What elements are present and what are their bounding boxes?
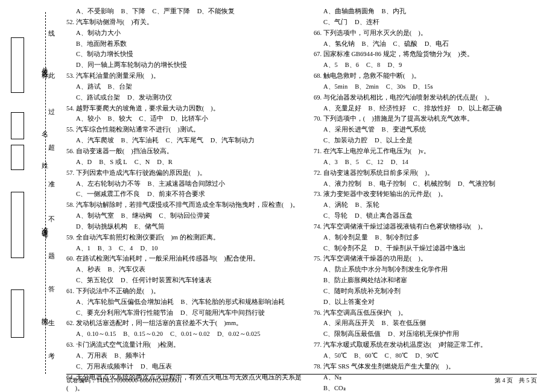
option: B、3: [98, 243, 112, 254]
option: C、排放性好: [413, 103, 451, 114]
option: C、硫酸: [393, 39, 417, 49]
option: B、台架: [108, 81, 132, 92]
option: D、锁止离合器压盘: [355, 210, 413, 221]
option: B、电子控制: [369, 179, 406, 189]
dotted-label-5: 不: [47, 211, 56, 216]
option: A、0.10～0.15: [76, 329, 116, 340]
option: D、同一轴上两车轮制动力的增长快慢: [76, 60, 187, 71]
option: A、较小: [76, 113, 101, 124]
option-row: A、秒表B、汽车仪表: [66, 264, 302, 275]
option: D、15s: [413, 81, 433, 92]
option: D、10: [140, 243, 157, 254]
question-52: 52. 汽车制动侧滑与( )有关。: [66, 17, 302, 28]
option-row: B、防止膨胀阀处结冰和堵塞: [314, 275, 549, 286]
option-row: A、采用长进气管B、变进气系统: [314, 124, 549, 135]
left-column: A、不受影响B、下降C、严重下降D、不能恢复52. 汽车制动侧滑与( )有关。A…: [66, 6, 302, 392]
option: A、路试: [76, 81, 101, 92]
option-row: C、第五轮仪D、任何计时装置和汽车转速表: [66, 275, 302, 286]
page-footer: 试卷编码：14DL170900000-60601020030001 第 4 页 …: [66, 374, 537, 385]
option-row: A、50℃B、60℃C、80℃D、90℃: [314, 350, 549, 361]
option: A、氢化钠: [323, 39, 355, 49]
option: D、发动测功仪: [127, 92, 172, 103]
option: A、不受影响: [76, 6, 114, 17]
option: C、0.01～0.02: [170, 329, 210, 340]
option-row: A、汽车爬坡B、汽车油耗C、汽车尾气D、汽车制动力: [66, 135, 302, 146]
dotted-label-3: 超: [47, 139, 56, 144]
option-row: A、0.10～0.15B、0.15～0.20C、0.01～0.02D、0.02～…: [66, 329, 302, 340]
option: D、R: [157, 157, 173, 168]
option-row: A、液力控制B、电子控制C、机械控制D、气液控制: [314, 179, 549, 189]
option: A、5min: [323, 81, 347, 92]
question-75: 75. 汽车空调储液干燥器的功用是( )。: [314, 253, 549, 264]
option-row: A、汽车轮胎气压偏低会增加油耗B、汽车轮胎的形式和规格影响油耗: [66, 297, 302, 308]
option: C、N: [135, 157, 150, 168]
dotted-label-4: 准: [47, 175, 56, 180]
option: C、机械控制: [413, 179, 451, 189]
option: B、内孔: [382, 6, 406, 17]
option: B、主减速器啮合间隙过小: [148, 179, 225, 189]
question-67: 67. 国家标准 GB6944-86 规定，将危险货物分为( )类。: [314, 49, 549, 60]
option: D、以上全是: [375, 135, 413, 146]
option: D、90℃: [415, 350, 439, 361]
exam-sidebar: 线 此 过 超 准 不 题 答 生 考 单位名称 名 姓 准考证号 地区: [0, 0, 60, 392]
question-76: 76. 汽车空调高压低压保护( )。: [314, 308, 549, 318]
option: A、汽车轮胎气压偏低会增加油耗: [76, 297, 174, 308]
option-row: C、制冷剂不足D、干燥剂从干燥过滤器中逸出: [314, 243, 549, 254]
option-row: A、路试B、台架: [66, 81, 302, 92]
option-row: D、制动挑纵机构E、储气筒: [66, 221, 302, 232]
option: C、要充分利用汽车滑行性能节油: [76, 308, 173, 318]
field-label-region: 地区: [40, 312, 49, 315]
question-54: 54. 越野车要爬大的坡角道，要求最大动力因数( )。: [66, 103, 302, 114]
option-row: A、不受影响B、下降C、严重下降D、不能恢复: [66, 6, 302, 17]
option: C、路试或台架: [76, 92, 120, 103]
option-row: C、路试或台架D、发动测功仪: [66, 92, 302, 103]
option-row: A、1B、3C、4D、10: [66, 243, 302, 254]
dotted-label-7: 答: [47, 280, 56, 285]
option: C、气门: [323, 17, 347, 28]
option: B、经济性好: [369, 103, 406, 114]
field-box-name2: 姓: [11, 145, 24, 170]
question-74: 74. 汽车空调储液干燥过滤器视液镜有白色雾状物移动( )。: [314, 221, 549, 232]
option: A、D: [76, 157, 92, 168]
option-row: C、加装动力腔D、以上全是: [314, 135, 549, 146]
option: B、地面附着系数: [76, 39, 127, 49]
option-row: C、导轮D、锁止离合器压盘: [314, 210, 549, 221]
field-box-region: 地区: [11, 289, 24, 338]
option: D、任何计时装置和汽车转速表: [121, 275, 212, 286]
option-row: A、制动力大小: [66, 28, 302, 39]
option: B、5: [345, 157, 359, 168]
option-row: A、防止系统中水分与制冷剂发生化学作用: [314, 264, 549, 275]
option: A、防止系统中水分与制冷剂发生化学作用: [323, 264, 448, 275]
option: B、下降: [121, 6, 145, 17]
option-row: A、万用表B、频率计: [66, 350, 302, 361]
option: A、1: [76, 243, 90, 254]
question-63: 63. 卡门涡流式空气流量计用( )检测。: [66, 340, 302, 350]
option-row: A、左右轮制动力不等B、主减速器啮合间隙过小: [66, 179, 302, 189]
question-70: 70. 下列选项中，( )措施是为了提高发动机充气效率。: [314, 113, 549, 124]
option-row: D、以上答案全对: [314, 297, 549, 308]
option: B、汽车轮胎的形式和规格影响油耗: [181, 297, 285, 308]
option: B、2min: [355, 81, 379, 92]
field-label-unit: 单位名称: [40, 62, 49, 69]
field-label-ticket: 准考证号: [40, 221, 49, 229]
field-label-name1: 名: [40, 125, 49, 127]
page-number: 第 4 页 共 5 页: [495, 376, 537, 385]
option: C、汽车尾气: [166, 135, 203, 146]
option: B、制冷剂过多: [375, 232, 419, 243]
option: C、限制高压最低值: [323, 329, 381, 340]
option-row: C、要充分利用汽车滑行性能节油D、尽可能用汽车中间挡行驶: [66, 308, 302, 318]
option: D、对压缩机无保护作用: [388, 329, 459, 340]
option: D、比轿车小: [171, 113, 209, 124]
option: D、9: [387, 60, 402, 71]
option: B、变进气系统: [382, 124, 426, 135]
option: A、采用长进气管: [323, 124, 375, 135]
option: A、曲轴曲柄圆角: [323, 6, 375, 17]
question-60: 60. 在路试检测汽车油耗时，一般采用油耗传感器与( )配合使用。: [66, 253, 302, 264]
option: C、导轮: [323, 210, 347, 221]
option: D、以上都正确: [458, 103, 503, 114]
option: A、万用表: [76, 350, 107, 361]
option: A、3: [323, 157, 338, 168]
option: B、泵轮: [355, 200, 379, 210]
dotted-label-6: 题: [47, 247, 56, 252]
option: C、8: [366, 60, 380, 71]
